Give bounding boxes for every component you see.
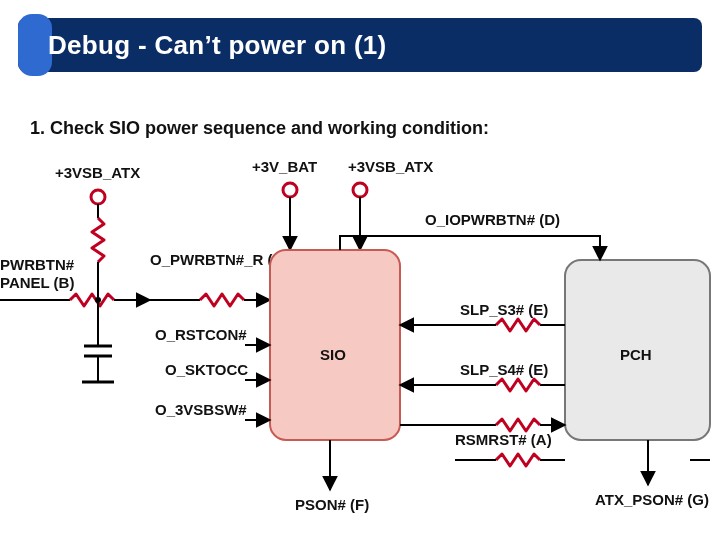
label-o-sktocc: O_SKTOCC	[165, 361, 248, 378]
resistor-slp-s4	[496, 379, 540, 391]
label-slp-s3: SLP_S3# (E)	[460, 301, 548, 318]
label-o-iopwrbtn: O_IOPWRBTN# (D)	[425, 211, 560, 228]
resistor-atx-pson	[496, 454, 540, 466]
rail-vsb-atx-right: +3VSB_ATX	[348, 158, 433, 175]
term-vsb-atx-left	[91, 190, 105, 204]
sio-label: SIO	[320, 346, 346, 363]
section-heading: 1. Check SIO power sequence and working …	[30, 118, 489, 139]
label-pwrbtn: PWRBTN#	[0, 256, 75, 273]
label-pson: PSON# (F)	[295, 496, 369, 513]
slide-title: Debug - Can’t power on (1)	[48, 18, 692, 72]
label-o-pwrbtn-r: O_PWRBTN#_R (C)	[150, 251, 288, 268]
power-sequence-diagram: +3VSB_ATX PWRBTN# PANEL (B) O_PWRBTN#_R …	[0, 150, 720, 530]
term-vbat	[283, 183, 297, 197]
label-panel-b: PANEL (B)	[0, 274, 74, 291]
title-cap	[18, 14, 52, 76]
sio-block	[270, 250, 400, 440]
resistor-slp-s3	[496, 319, 540, 331]
term-vsb-atx-right	[353, 183, 367, 197]
rail-vbat: +3V_BAT	[252, 158, 317, 175]
label-rsmrst: RSMRST# (A)	[455, 431, 552, 448]
resistor-series-pwrbtn	[70, 294, 114, 306]
resistor-rsmrst	[496, 419, 540, 431]
resistor-into-sio	[200, 294, 244, 306]
pch-label: PCH	[620, 346, 652, 363]
label-atx-pson: ATX_PSON# (G)	[595, 491, 709, 508]
label-o-rstcon: O_RSTCON#	[155, 326, 247, 343]
resistor-pullup-pwrbtn	[92, 218, 104, 262]
slide-title-band: Debug - Can’t power on (1)	[18, 18, 702, 72]
label-o-3vsbsw: O_3VSBSW#	[155, 401, 247, 418]
rail-vsb-atx-left: +3VSB_ATX	[55, 164, 140, 181]
label-slp-s4: SLP_S4# (E)	[460, 361, 548, 378]
